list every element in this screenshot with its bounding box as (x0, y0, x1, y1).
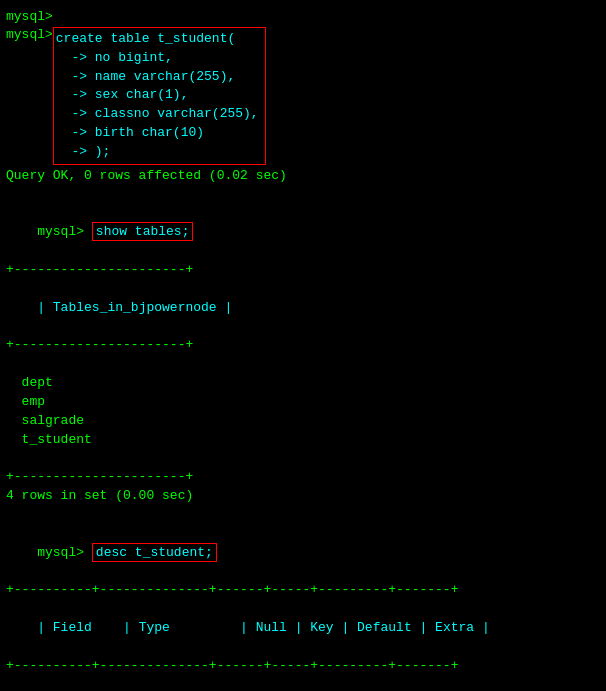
table-border-top: +----------------------+ (6, 261, 600, 280)
table-header-row: | Tables_in_bjpowernode | (6, 280, 600, 337)
table-border-bot: +----------------------+ (6, 468, 600, 487)
query-ok: Query OK, 0 rows affected (0.02 sec) (6, 167, 600, 186)
mysql-prompt-top: mysql> (6, 8, 600, 27)
create-arrow-5: -> birth char(10) (56, 124, 259, 143)
show-tables-cmd: show tables; (92, 222, 194, 241)
table-row-tstudent: t_student (6, 431, 600, 450)
create-arrow-4: -> classno varchar(255), (56, 105, 259, 124)
create-arrow-1: -> no bigint, (56, 49, 259, 68)
table-header-text: | Tables_in_bjpowernode | (37, 300, 232, 315)
create-arrow-3: -> sex char(1), (56, 86, 259, 105)
blank-4 (6, 506, 600, 525)
table-row-dept: dept (6, 374, 600, 393)
blank-1 (6, 186, 600, 205)
table-row-emp: emp (6, 393, 600, 412)
terminal: mysql> mysql> create table t_student( ->… (6, 8, 600, 691)
desc-border-mid: +----------+--------------+------+-----+… (6, 657, 600, 676)
create-command-box: create table t_student( -> no bigint, ->… (53, 27, 266, 165)
desc-header-text: | Field | Type | Null | Key | Default | … (37, 620, 489, 635)
create-arrow-2: -> name varchar(255), (56, 68, 259, 87)
desc-cmd: desc t_student; (92, 543, 217, 562)
create-table-section: mysql> create table t_student( -> no big… (6, 27, 600, 165)
blank-2 (6, 355, 600, 374)
table-sep: +----------------------+ (6, 336, 600, 355)
show-tables-line: mysql> show tables; (6, 204, 600, 261)
desc-border-top: +----------+--------------+------+-----+… (6, 581, 600, 600)
prompt-label: mysql> (6, 9, 53, 24)
blank-3 (6, 449, 600, 468)
create-arrow-6: -> ); (56, 143, 259, 162)
prompt-show: mysql> (37, 224, 84, 239)
prompt-desc: mysql> (37, 545, 84, 560)
prompt-create: mysql> (6, 27, 53, 42)
desc-header-row: | Field | Type | Null | Key | Default | … (6, 600, 600, 657)
rows-count-show: 4 rows in set (0.00 sec) (6, 487, 600, 506)
table-row-salgrade: salgrade (6, 412, 600, 431)
desc-line: mysql> desc t_student; (6, 525, 600, 582)
blank-5 (6, 676, 600, 691)
create-line-1: create table t_student( (56, 30, 259, 49)
